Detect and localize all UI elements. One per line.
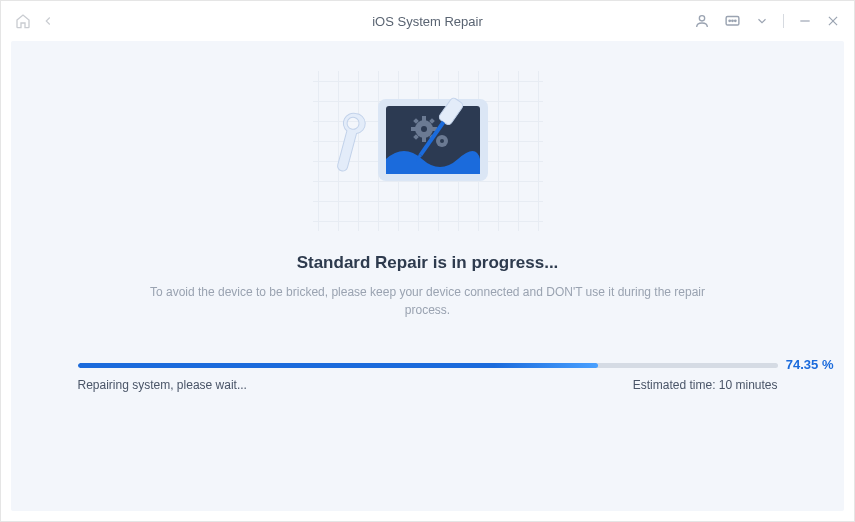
content-area: Standard Repair is in progress... To avo… xyxy=(11,41,844,511)
progress-heading: Standard Repair is in progress... xyxy=(297,253,559,273)
back-icon[interactable] xyxy=(41,14,55,28)
progress-area: 74.35 % Repairing system, please wait...… xyxy=(78,363,778,392)
user-icon[interactable] xyxy=(694,13,710,29)
svg-point-0 xyxy=(699,16,704,21)
progress-eta: Estimated time: 10 minutes xyxy=(633,378,778,392)
progress-labels: Repairing system, please wait... Estimat… xyxy=(78,378,778,392)
svg-rect-12 xyxy=(422,116,426,121)
progress-percent: 74.35 % xyxy=(786,357,834,372)
titlebar-right xyxy=(694,13,840,30)
svg-point-3 xyxy=(732,20,733,21)
svg-rect-14 xyxy=(411,127,416,131)
separator xyxy=(783,14,784,28)
window-title: iOS System Repair xyxy=(372,14,483,29)
progress-subtext: To avoid the device to be bricked, pleas… xyxy=(148,283,708,319)
progress-bar xyxy=(78,363,778,368)
repair-illustration xyxy=(313,71,543,231)
home-icon[interactable] xyxy=(15,13,31,29)
titlebar: iOS System Repair xyxy=(1,1,854,41)
app-window: iOS System Repair xyxy=(0,0,855,522)
progress-fill xyxy=(78,363,598,368)
feedback-icon[interactable] xyxy=(724,13,741,30)
close-icon[interactable] xyxy=(826,14,840,28)
device-repair-icon xyxy=(328,81,528,221)
chevron-down-icon[interactable] xyxy=(755,14,769,28)
minimize-icon[interactable] xyxy=(798,14,812,28)
progress-status-text: Repairing system, please wait... xyxy=(78,378,247,392)
svg-point-21 xyxy=(440,139,444,143)
svg-point-2 xyxy=(729,20,730,21)
svg-rect-13 xyxy=(422,137,426,142)
svg-point-11 xyxy=(421,126,427,132)
titlebar-left xyxy=(15,13,55,29)
svg-point-4 xyxy=(735,20,736,21)
